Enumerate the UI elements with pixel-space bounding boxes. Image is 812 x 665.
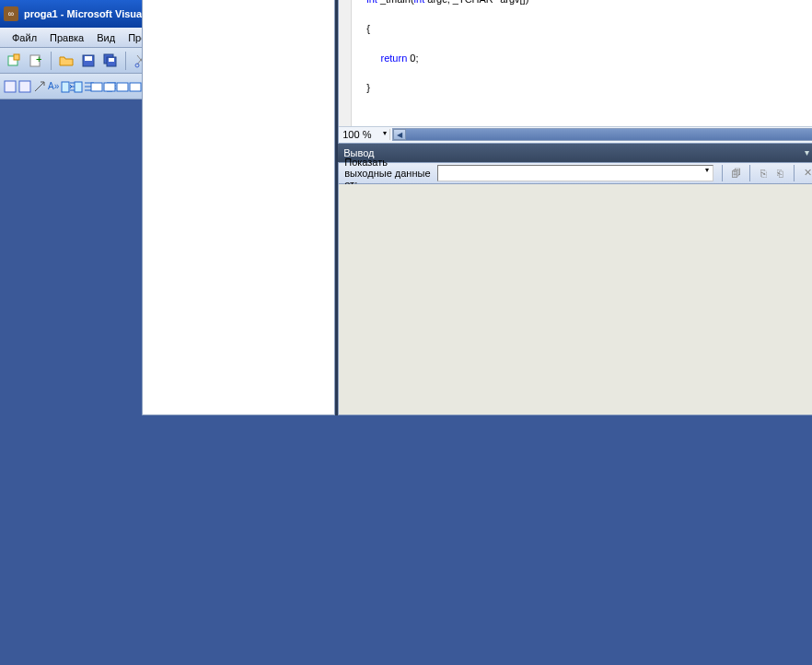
bookmark-button[interactable] (59, 76, 72, 97)
svg-rect-1 (14, 54, 19, 60)
tb2-btn-4[interactable]: A» (48, 76, 59, 97)
svg-rect-19 (75, 82, 82, 92)
svg-rect-8 (109, 58, 114, 62)
svg-rect-20 (91, 83, 102, 91)
code-text-area[interactable]: // proga1.cpp: определяет точку входа дл… (363, 0, 812, 126)
svg-rect-18 (62, 82, 69, 92)
svg-rect-17 (19, 81, 30, 92)
menu-view[interactable]: Вид (90, 30, 122, 45)
output-clear-button[interactable]: ✕ (803, 164, 812, 182)
code-text: return (381, 52, 408, 64)
svg-rect-23 (130, 83, 141, 91)
editor-gutter (339, 0, 352, 126)
tb2-btn-1[interactable] (4, 76, 17, 97)
horizontal-scrollbar[interactable]: ◀ ▶ (392, 128, 812, 141)
output-dropdown-icon[interactable]: ▾ (802, 147, 812, 158)
editor-bottom-bar: 100 % ◀ ▶ (339, 126, 812, 143)
output-toolbar: Показать выходные данные от: 🗐 ⎘ ⎗ ✕ ↩ (338, 162, 812, 184)
code-text (366, 52, 380, 64)
zoom-value: 100 % (342, 129, 371, 140)
code-text: int (414, 0, 425, 5)
code-editor[interactable]: − − // proga1.cpp: определяет точку вход… (339, 0, 812, 126)
svg-rect-22 (117, 83, 128, 91)
window-btn-2[interactable] (103, 76, 116, 97)
zoom-dropdown[interactable]: 100 % (339, 129, 390, 140)
window-btn-3[interactable] (116, 76, 129, 97)
svg-text:+: + (36, 53, 41, 64)
open-button[interactable] (56, 51, 76, 71)
output-btn-2[interactable]: ⎘ (758, 164, 769, 182)
save-button[interactable] (78, 51, 99, 71)
svg-rect-5 (85, 56, 92, 61)
code-text: } (366, 82, 370, 93)
uncomment-button[interactable] (120, 76, 140, 97)
secondary-toolbar: A» Командный обозреватель ▾ ⊥ ✕ (0, 74, 812, 99)
window-btn-4[interactable] (129, 76, 142, 97)
add-item-button[interactable]: + (26, 51, 46, 71)
svg-rect-21 (104, 83, 115, 91)
menu-file[interactable]: Файл (6, 30, 43, 45)
output-panel: Вывод ▾ ⊥ ✕ Показать выходные данные от:… (338, 144, 812, 415)
code-text: argc, _TCHAR* argv[]) (424, 0, 528, 5)
new-project-button[interactable] (4, 51, 24, 71)
main-area: Командный обозреватель ▾ ⊥ ✕ proga1.cpp … (142, 0, 812, 415)
menu-edit[interactable]: Правка (43, 30, 90, 45)
code-text: { (366, 23, 370, 34)
code-text: int (366, 0, 377, 5)
bookmark-prev-button[interactable] (72, 76, 85, 97)
window-btn-1[interactable] (90, 76, 103, 97)
fold-column: − − (352, 0, 363, 126)
output-btn-1[interactable]: 🗐 (730, 164, 741, 182)
code-text: 0; (407, 52, 418, 64)
tb2-btn-2[interactable] (18, 76, 31, 97)
team-explorer-panel: Командный обозреватель ▾ ⊥ ✕ (142, 0, 335, 415)
output-btn-3[interactable]: ⎗ (774, 164, 785, 182)
svg-rect-16 (5, 81, 16, 92)
output-content[interactable] (338, 184, 812, 415)
scrollbar-track[interactable] (406, 129, 812, 140)
save-all-button[interactable] (100, 51, 121, 71)
output-source-dropdown[interactable] (437, 165, 713, 181)
scroll-left-button[interactable]: ◀ (393, 129, 406, 140)
team-explorer-content (142, 0, 335, 415)
editor-container: − − // proga1.cpp: определяет точку вход… (338, 0, 812, 144)
code-text: _tmain( (377, 0, 414, 5)
editor-area: proga1.cpp ✕ ▾ (Глобальная область) − − … (338, 0, 812, 415)
tb2-btn-3[interactable] (33, 76, 46, 97)
app-icon: ∞ (4, 6, 18, 21)
